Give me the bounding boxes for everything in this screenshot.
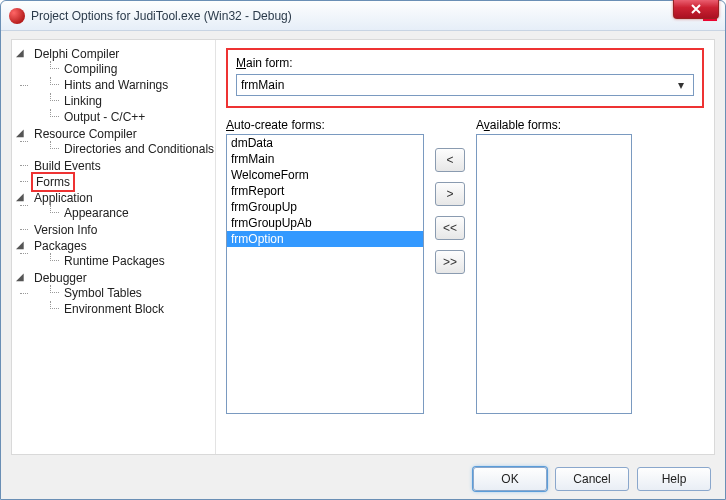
list-item[interactable]: dmData bbox=[227, 135, 423, 151]
cancel-button[interactable]: Cancel bbox=[555, 467, 629, 491]
ok-button[interactable]: OK bbox=[473, 467, 547, 491]
move-left-button[interactable]: < bbox=[435, 148, 465, 172]
project-options-dialog: Project Options for JudiTool.exe (Win32 … bbox=[0, 0, 726, 500]
tree-build-events[interactable]: Build Events bbox=[18, 158, 211, 174]
tree-output[interactable]: Output - C/C++ bbox=[48, 109, 211, 125]
content-area: ◢Delphi Compiler Compiling Hints and War… bbox=[11, 39, 715, 455]
collapse-icon[interactable]: ◢ bbox=[16, 48, 26, 58]
category-tree[interactable]: ◢Delphi Compiler Compiling Hints and War… bbox=[12, 40, 216, 454]
main-form-label: Main form: bbox=[236, 56, 293, 70]
tree-forms[interactable]: Forms bbox=[18, 174, 211, 190]
main-form-combo[interactable]: frmMain ▾ bbox=[236, 74, 694, 96]
tree-packages[interactable]: ◢Packages Runtime Packages bbox=[18, 238, 211, 270]
tree-environment-block[interactable]: Environment Block bbox=[48, 301, 211, 317]
window-title: Project Options for JudiTool.exe (Win32 … bbox=[31, 9, 697, 23]
available-column: Available forms: bbox=[476, 118, 632, 414]
close-button[interactable] bbox=[673, 0, 719, 19]
titlebar[interactable]: Project Options for JudiTool.exe (Win32 … bbox=[1, 1, 725, 31]
collapse-icon[interactable]: ◢ bbox=[16, 128, 26, 138]
tree-linking[interactable]: Linking bbox=[48, 93, 211, 109]
tree-runtime-packages[interactable]: Runtime Packages bbox=[48, 253, 211, 269]
tree-dirs-cond[interactable]: Directories and Conditionals bbox=[48, 141, 211, 157]
main-form-value: frmMain bbox=[241, 78, 673, 92]
tree-resource-compiler[interactable]: ◢Resource Compiler Directories and Condi… bbox=[18, 126, 211, 158]
app-icon bbox=[9, 8, 25, 24]
tree-appearance[interactable]: Appearance bbox=[48, 205, 211, 221]
collapse-icon[interactable]: ◢ bbox=[16, 192, 26, 202]
collapse-icon[interactable]: ◢ bbox=[16, 272, 26, 282]
move-all-left-button[interactable]: << bbox=[435, 216, 465, 240]
list-item[interactable]: frmOption bbox=[227, 231, 423, 247]
tree-hints-warnings[interactable]: Hints and Warnings bbox=[48, 77, 211, 93]
available-listbox[interactable] bbox=[476, 134, 632, 414]
tree-version-info[interactable]: Version Info bbox=[18, 222, 211, 238]
shuttle-buttons: < > << >> bbox=[432, 118, 468, 414]
move-all-right-button[interactable]: >> bbox=[435, 250, 465, 274]
tree-delphi-compiler[interactable]: ◢Delphi Compiler Compiling Hints and War… bbox=[18, 46, 211, 126]
move-right-button[interactable]: > bbox=[435, 182, 465, 206]
forms-shuttle: Auto-create forms: dmDatafrmMainWelcomeF… bbox=[226, 118, 704, 414]
collapse-icon[interactable]: ◢ bbox=[16, 240, 26, 250]
tree-application[interactable]: ◢Application Appearance bbox=[18, 190, 211, 222]
list-item[interactable]: frmReport bbox=[227, 183, 423, 199]
dropdown-arrow-icon: ▾ bbox=[673, 78, 689, 92]
tree-compiling[interactable]: Compiling bbox=[48, 61, 211, 77]
list-item[interactable]: WelcomeForm bbox=[227, 167, 423, 183]
list-item[interactable]: frmMain bbox=[227, 151, 423, 167]
available-label: Available forms: bbox=[476, 118, 632, 132]
forms-panel: Main form: frmMain ▾ Auto-create forms: … bbox=[216, 40, 714, 454]
main-form-group: Main form: frmMain ▾ bbox=[226, 48, 704, 108]
auto-create-label: Auto-create forms: bbox=[226, 118, 424, 132]
dialog-footer: OK Cancel Help bbox=[473, 467, 711, 491]
auto-create-column: Auto-create forms: dmDatafrmMainWelcomeF… bbox=[226, 118, 424, 414]
list-item[interactable]: frmGroupUpAb bbox=[227, 215, 423, 231]
auto-create-listbox[interactable]: dmDatafrmMainWelcomeFormfrmReportfrmGrou… bbox=[226, 134, 424, 414]
help-button[interactable]: Help bbox=[637, 467, 711, 491]
tree-symbol-tables[interactable]: Symbol Tables bbox=[48, 285, 211, 301]
tree-debugger[interactable]: ◢Debugger Symbol Tables Environment Bloc… bbox=[18, 270, 211, 318]
close-icon bbox=[690, 4, 702, 14]
list-item[interactable]: frmGroupUp bbox=[227, 199, 423, 215]
